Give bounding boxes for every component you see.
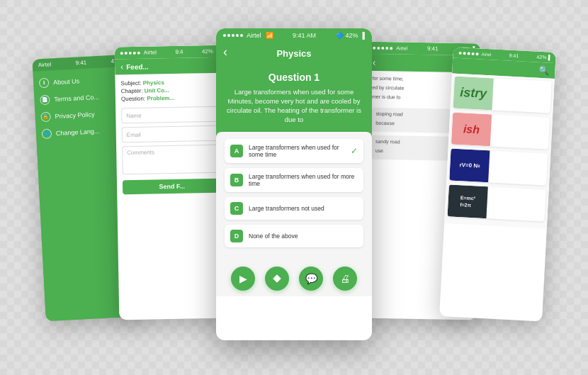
answer-text-b: Large transformers when used for more ti… [249, 173, 358, 187]
answer-text-a: Large transformers when used for some ti… [249, 144, 348, 158]
subject-line: Subject: Physics [120, 78, 219, 86]
menu-item-privacy[interactable]: 🔒 Privacy Policy [40, 108, 125, 122]
battery-main: 42% [346, 32, 358, 39]
back-arrow-back-right[interactable]: ‹ [373, 56, 376, 67]
menu-label-language: Change Lang... [56, 127, 100, 136]
back-arrow-main[interactable]: ‹ [223, 45, 227, 60]
menu-item-about[interactable]: ℹ About Us [39, 74, 124, 88]
answer-b[interactable]: B Large transformers when used for more … [225, 168, 363, 192]
bottom-actions: ▶ 💬 🖨 [216, 259, 372, 296]
right-status-main: 🔷 42% ▐ [336, 32, 365, 39]
carrier-main: Airtel [247, 32, 261, 39]
signal-feedback: Airtel [120, 49, 157, 56]
battery-icon-main: ▐ [361, 32, 365, 39]
question-line: Question: Problem... [121, 94, 220, 101]
answer-letter-a: A [230, 145, 243, 157]
menu-item-language[interactable]: 🌐 Change Lang... [42, 125, 127, 139]
email-input[interactable]: Email [122, 125, 220, 142]
status-bar-main: Airtel 📶 9:41 AM 🔷 42% ▐ [216, 28, 372, 43]
answer-text-c: Large transformers not used [249, 205, 358, 212]
menu-label-about: About Us [53, 77, 80, 86]
navigate-button[interactable] [265, 267, 289, 291]
phone-main: Airtel 📶 9:41 AM 🔷 42% ▐ ‹ Physics Quest… [216, 28, 372, 340]
doc-icon: 📄 [40, 94, 50, 105]
quiz-item-chemistry[interactable]: istry [453, 76, 552, 113]
time-back-right: 9:41 [427, 45, 439, 52]
formula-text [486, 186, 545, 221]
quiz-item-english[interactable]: ish [451, 112, 550, 149]
menu-label-terms: Terms and Co... [54, 93, 99, 102]
comments-input[interactable]: Comments [122, 144, 221, 174]
globe-icon: 🌐 [42, 128, 52, 139]
formula-image: E=mc²f=2π [448, 184, 488, 218]
chemistry-text [492, 78, 551, 113]
english-image: ish [451, 112, 492, 146]
main-title: Physics [276, 48, 311, 59]
chemistry-image: istry [453, 76, 494, 110]
bluetooth-icon: 🔷 [336, 32, 344, 39]
time-left: 9:41 [75, 59, 86, 66]
signal-right: Airtel [458, 50, 491, 56]
question-number: Question 1 [226, 72, 362, 83]
english-text [490, 114, 550, 149]
feedback-content: Subject: Physics Chapter: Unit Co... Que… [115, 72, 227, 200]
quiz-item-formula[interactable]: E=mc²f=2π [448, 184, 546, 221]
battery-right: 42%▐ [536, 54, 550, 60]
scene: Airtel 9:41 42% ℹ About Us 📄 Terms and C… [39, 14, 549, 362]
menu-label-privacy: Privacy Policy [55, 111, 94, 120]
search-icon-right[interactable]: 🔍 [538, 65, 550, 75]
answer-d[interactable]: D None of the above [225, 225, 363, 247]
math-image: rV=0 N₀ [449, 148, 490, 182]
answer-text-d: None of the above [249, 233, 358, 240]
main-header: ‹ Physics [216, 43, 372, 65]
answers-section: A Large transformers when used for some … [216, 132, 372, 259]
answer-letter-b: B [230, 174, 243, 186]
feedback-header: ‹ Feed... [115, 57, 225, 74]
back-arrow-feedback[interactable]: ‹ [120, 62, 123, 72]
phone-feedback: Airtel 9:4 42% ▐ ‹ Feed... Subject: Phys… [115, 45, 230, 320]
play-button[interactable]: ▶ [231, 267, 255, 291]
answer-letter-d: D [230, 230, 243, 242]
chapter-value: Unit Co... [145, 87, 169, 94]
carrier-left: Airtel [38, 61, 52, 68]
time-main: 9:41 AM [293, 32, 316, 39]
wifi-main: 📶 [266, 32, 273, 39]
question-value: Problem... [147, 94, 174, 101]
subject-value: Physics [143, 79, 164, 86]
print-button[interactable]: 🖨 [333, 267, 357, 291]
info-icon: ℹ [39, 77, 50, 88]
math-text [488, 150, 548, 185]
send-button[interactable]: Send F... [123, 178, 221, 194]
lock-icon: 🔒 [40, 111, 51, 122]
answer-letter-c: C [230, 202, 243, 215]
check-icon-a: ✓ [351, 146, 358, 156]
question-section: Question 1 Large transformers when used … [216, 65, 372, 138]
time-right: 9:41 [509, 52, 519, 58]
right-content: istry ish rV=0 N₀ E=mc²f=2π [444, 73, 555, 228]
status-bar-feedback: Airtel 9:4 42% ▐ [115, 45, 225, 59]
menu-item-terms[interactable]: 📄 Terms and Co... [40, 91, 125, 105]
answer-c[interactable]: C Large transformers not used [225, 197, 363, 220]
answer-a[interactable]: A Large transformers when used for some … [225, 139, 363, 163]
signal-main: Airtel 📶 [223, 32, 273, 39]
question-text: Large transformers when used for some Mi… [226, 87, 362, 125]
signal-back-right: Airtel [373, 44, 407, 51]
name-input[interactable]: Name [121, 106, 220, 123]
phone-right: Airtel 9:41 42%▐ 🔍 istry ish rV=0 N₀ E=m… [439, 47, 556, 321]
chat-button[interactable]: 💬 [299, 267, 323, 291]
chapter-line: Chapter: Unit Co... [121, 86, 220, 94]
feedback-title: Feed... [126, 62, 149, 71]
quiz-item-math[interactable]: rV=0 N₀ [449, 148, 548, 185]
time-feedback: 9:4 [175, 48, 183, 55]
